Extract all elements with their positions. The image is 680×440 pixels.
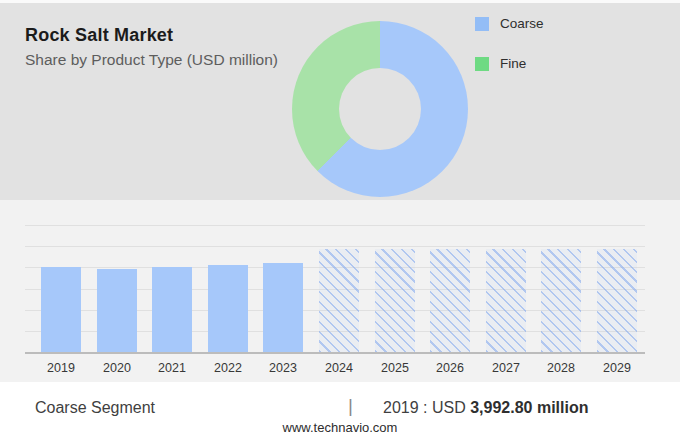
top-border: [0, 0, 680, 3]
bar-2022: [208, 265, 248, 352]
bar-2019: [41, 267, 81, 352]
header-section: Rock Salt Market Share by Product Type (…: [0, 0, 680, 200]
legend-label-fine: Fine: [500, 56, 526, 71]
infographic-card: Rock Salt Market Share by Product Type (…: [0, 0, 680, 440]
x-axis-line: [25, 352, 645, 354]
x-label-2026: 2026: [422, 361, 478, 375]
legend-item-fine: Fine: [475, 56, 526, 71]
bar-2020: [97, 269, 137, 352]
gridline: [25, 225, 645, 226]
x-label-2023: 2023: [255, 361, 311, 375]
donut-chart: [292, 21, 468, 197]
gridline: [25, 246, 645, 247]
x-label-2027: 2027: [478, 361, 534, 375]
bar-2028: [541, 249, 581, 352]
bar-2021: [152, 267, 192, 352]
legend-label-coarse: Coarse: [500, 16, 544, 31]
x-label-2021: 2021: [144, 361, 200, 375]
coarse-swatch-icon: [475, 17, 489, 31]
footer-section: Coarse Segment | 2019 : USD 3,992.80 mil…: [0, 382, 680, 440]
segment-value: 2019 : USD 3,992.80 million: [383, 399, 588, 417]
segment-label: Coarse Segment: [35, 399, 155, 417]
bar-2025: [375, 249, 415, 352]
x-label-2025: 2025: [367, 361, 423, 375]
bar-2027: [486, 249, 526, 352]
fine-swatch-icon: [475, 57, 489, 71]
page-subtitle: Share by Product Type (USD million): [25, 51, 278, 69]
segment-value-amount: 3,992.80 million: [470, 399, 588, 416]
bar-2029: [597, 249, 637, 352]
donut-hole: [339, 68, 421, 150]
x-label-2019: 2019: [33, 361, 89, 375]
bar-chart: 2019202020212022202320242025202620272028…: [0, 200, 680, 382]
x-label-2020: 2020: [89, 361, 145, 375]
page-title: Rock Salt Market: [25, 25, 173, 46]
x-label-2028: 2028: [533, 361, 589, 375]
x-label-2029: 2029: [589, 361, 645, 375]
legend-item-coarse: Coarse: [475, 16, 544, 31]
website-link[interactable]: www.technavio.com: [0, 420, 680, 435]
bar-2023: [263, 263, 303, 352]
x-label-2024: 2024: [311, 361, 367, 375]
bar-2026: [430, 249, 470, 352]
footer-divider: |: [348, 395, 353, 417]
bar-2024: [319, 249, 359, 352]
segment-value-prefix: 2019 : USD: [383, 399, 466, 416]
x-label-2022: 2022: [200, 361, 256, 375]
